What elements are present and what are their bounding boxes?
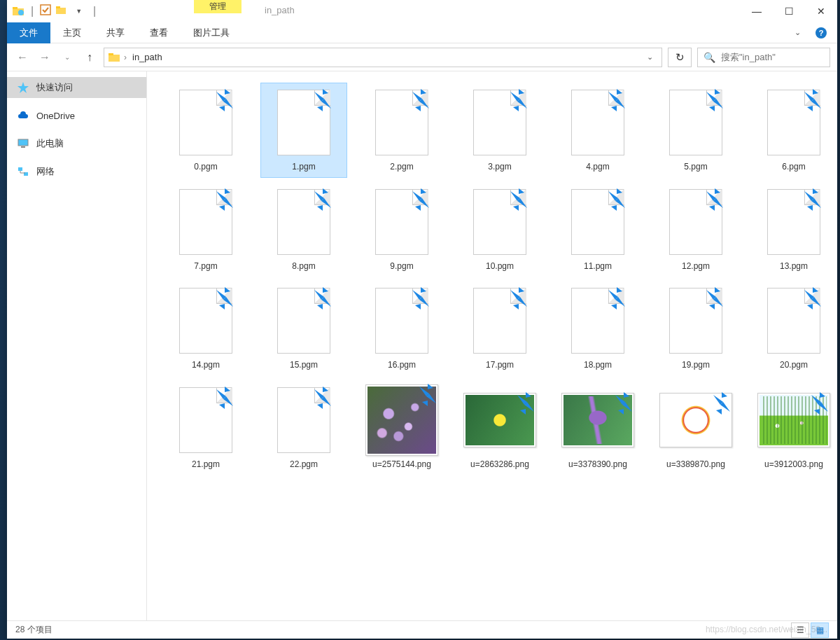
contextual-tab-manage[interactable]: 管理 <box>194 0 241 22</box>
image-thumbnail <box>757 393 830 447</box>
sync-overlay-icon <box>806 389 834 420</box>
file-item[interactable]: 14.pgm <box>162 281 249 376</box>
file-item[interactable]: u=3378390.png <box>554 380 641 475</box>
quick-access-toolbar: | ▼ | <box>7 4 103 19</box>
file-item[interactable]: 15.pgm <box>260 281 347 376</box>
qat-dropdown-icon[interactable]: ▼ <box>70 8 88 15</box>
file-item[interactable]: 1.pgm <box>260 83 347 178</box>
file-label: 10.pgm <box>486 261 514 272</box>
address-bar: ← → ⌄ ↑ › in_path ⌄ ↻ 🔍 <box>7 43 837 71</box>
ribbon-tab-home[interactable]: 主页 <box>50 22 94 43</box>
file-label: 6.pgm <box>782 162 805 173</box>
nav-up-button[interactable]: ↑ <box>81 49 98 66</box>
file-thumbnail <box>365 186 438 258</box>
sync-overlay-icon <box>512 389 540 420</box>
maximize-button[interactable]: ☐ <box>773 0 805 22</box>
file-label: 17.pgm <box>486 360 514 371</box>
explorer-window: | ▼ | 管理 in_path ― ☐ ✕ 文件 主页 共享 查看 图片工具 … <box>7 0 837 639</box>
file-item[interactable]: u=3389870.png <box>652 380 739 475</box>
file-item[interactable]: 0.pgm <box>162 83 249 178</box>
file-thumbnail <box>561 384 634 457</box>
file-thumbnail <box>659 284 732 357</box>
file-item[interactable]: 8.pgm <box>260 182 347 277</box>
file-item[interactable]: 11.pgm <box>554 182 641 277</box>
file-item[interactable]: 3.pgm <box>456 83 543 178</box>
sync-overlay-icon <box>211 186 239 216</box>
cloud-icon <box>17 109 29 122</box>
file-thumbnail <box>757 384 830 457</box>
nav-back-button[interactable]: ← <box>14 49 31 66</box>
file-item[interactable]: 9.pgm <box>358 182 445 277</box>
sync-overlay-icon <box>799 86 827 117</box>
pgm-file-icon <box>375 90 428 155</box>
file-item[interactable]: 22.pgm <box>260 380 347 475</box>
file-item[interactable]: 16.pgm <box>358 281 445 376</box>
breadcrumb-current[interactable]: in_path <box>130 52 165 62</box>
sidebar-item-network[interactable]: 网络 <box>7 161 146 182</box>
file-item[interactable]: 7.pgm <box>162 182 249 277</box>
file-tab[interactable]: 文件 <box>7 22 50 43</box>
qat-folder-icon[interactable] <box>55 4 67 19</box>
file-thumbnail <box>267 284 340 357</box>
sidebar-item-label: 快速访问 <box>36 81 73 94</box>
file-thumbnail <box>365 86 438 159</box>
ribbon-tab-picture-tools[interactable]: 图片工具 <box>181 22 242 43</box>
pgm-file-icon <box>767 288 820 354</box>
ribbon-collapse[interactable]: ⌄ <box>788 28 808 37</box>
file-label: 7.pgm <box>194 261 217 272</box>
nav-recent-dropdown[interactable]: ⌄ <box>59 49 76 66</box>
qat-checkbox-icon[interactable] <box>39 4 52 19</box>
minimize-button[interactable]: ― <box>741 0 773 22</box>
file-item[interactable]: 13.pgm <box>750 182 837 277</box>
sync-overlay-icon <box>309 284 337 315</box>
file-item[interactable]: u=2575144.png <box>358 380 445 475</box>
file-item[interactable]: 12.pgm <box>652 182 739 277</box>
help-button[interactable]: ? <box>808 27 837 39</box>
sync-overlay-icon <box>603 186 631 216</box>
file-item[interactable]: u=3912003.png <box>750 380 837 475</box>
nav-forward-button[interactable]: → <box>36 49 53 66</box>
sidebar-item-pc[interactable]: 此电脑 <box>7 133 146 154</box>
file-thumbnail <box>463 384 536 457</box>
breadcrumb-folder-icon <box>107 50 121 64</box>
file-item[interactable]: 5.pgm <box>652 83 739 178</box>
file-thumbnail <box>267 186 340 258</box>
file-pane[interactable]: 0.pgm1.pgm2.pgm3.pgm4.pgm5.pgm6.pgm7.pgm… <box>147 71 837 620</box>
sync-overlay-icon <box>603 284 631 315</box>
file-thumbnail <box>267 86 340 159</box>
refresh-button[interactable]: ↻ <box>668 48 692 67</box>
file-item[interactable]: u=2863286.png <box>456 380 543 475</box>
breadcrumb-separator-icon[interactable]: › <box>124 53 127 62</box>
image-thumbnail <box>659 393 732 447</box>
file-item[interactable]: 21.pgm <box>162 380 249 475</box>
file-item[interactable]: 2.pgm <box>358 83 445 178</box>
file-item[interactable]: 6.pgm <box>750 83 837 178</box>
ribbon-tabs: 文件 主页 共享 查看 图片工具 ⌄ ? <box>7 22 837 43</box>
sidebar-item-cloud[interactable]: OneDrive <box>7 105 146 126</box>
sync-overlay-icon <box>799 284 827 315</box>
sidebar-item-star[interactable]: 快速访问 <box>7 77 146 98</box>
svg-rect-12 <box>21 146 25 148</box>
file-item[interactable]: 19.pgm <box>652 281 739 376</box>
file-item[interactable]: 10.pgm <box>456 182 543 277</box>
ribbon-tab-view[interactable]: 查看 <box>137 22 181 43</box>
search-icon: 🔍 <box>704 52 715 63</box>
close-button[interactable]: ✕ <box>805 0 837 22</box>
ribbon-tab-share[interactable]: 共享 <box>94 22 137 43</box>
file-item[interactable]: 20.pgm <box>750 281 837 376</box>
file-thumbnail <box>169 86 242 159</box>
navigation-pane: 快速访问OneDrive此电脑网络 <box>7 71 147 620</box>
address-box[interactable]: › in_path ⌄ <box>104 48 662 67</box>
sync-overlay-icon <box>309 86 337 117</box>
search-input[interactable] <box>721 52 839 62</box>
search-box[interactable]: 🔍 <box>697 48 830 67</box>
image-thumbnail <box>463 393 536 447</box>
file-item[interactable]: 4.pgm <box>554 83 641 178</box>
file-item[interactable]: 18.pgm <box>554 281 641 376</box>
sync-overlay-icon <box>799 186 827 216</box>
sync-overlay-icon <box>407 186 435 216</box>
file-thumbnail <box>463 86 536 159</box>
separator: | <box>90 5 99 18</box>
address-history-dropdown[interactable]: ⌄ <box>641 53 659 62</box>
file-item[interactable]: 17.pgm <box>456 281 543 376</box>
